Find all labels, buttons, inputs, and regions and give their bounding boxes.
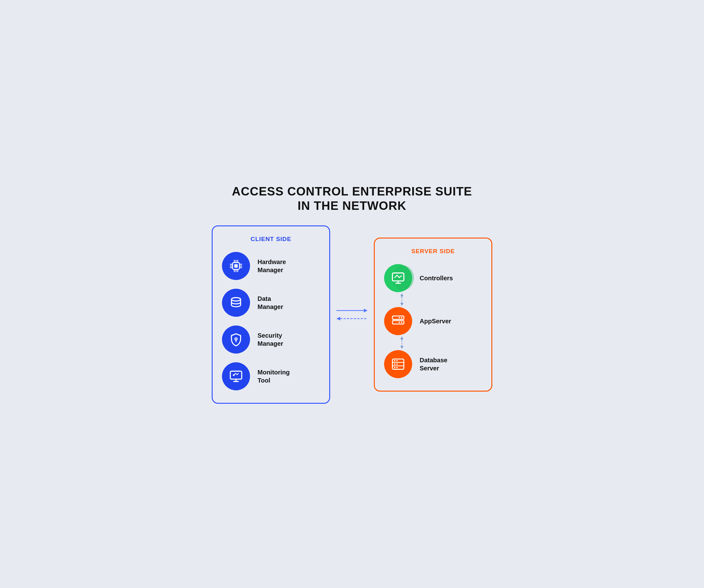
svg-point-54	[394, 367, 395, 368]
client-panel: CLIENT SIDE	[212, 225, 330, 404]
svg-marker-26	[336, 317, 340, 320]
client-panel-title: CLIENT SIDE	[251, 236, 291, 243]
svg-line-30	[395, 275, 397, 278]
database-server-label: DatabaseServer	[420, 356, 448, 372]
database-server-icon-circle	[384, 350, 412, 378]
svg-point-41	[401, 322, 402, 323]
server-panel-title: SERVER SIDE	[411, 248, 455, 255]
svg-point-40	[399, 317, 400, 318]
svg-point-50	[394, 360, 395, 361]
appserver-label: AppServer	[420, 317, 451, 325]
monitoring-tool-icon-circle	[222, 362, 250, 390]
svg-marker-33	[400, 293, 403, 296]
list-item: DataManager	[222, 289, 320, 317]
svg-point-52	[394, 363, 395, 365]
svg-marker-24	[364, 309, 368, 312]
diagram: CLIENT SIDE	[212, 225, 492, 404]
data-manager-label: DataManager	[257, 295, 283, 311]
list-item: AppServer	[384, 307, 451, 335]
monitor-server-icon	[391, 271, 405, 285]
svg-point-51	[396, 360, 398, 361]
arrow-left-icon	[336, 315, 368, 322]
v-arrow-2-icon	[398, 336, 406, 349]
security-manager-label: SecurityManager	[257, 332, 283, 348]
monitor-tool-icon	[229, 369, 243, 383]
page-title: ACCESS CONTROL ENTERPRISE SUITE IN THE N…	[232, 184, 472, 213]
list-item: SecurityManager	[222, 326, 320, 354]
connection-arrows	[330, 307, 374, 322]
svg-point-53	[396, 363, 398, 365]
appserver-icon-circle	[384, 307, 412, 335]
database-server-icon	[391, 357, 405, 371]
svg-marker-46	[400, 346, 403, 349]
controllers-icon-circle	[384, 264, 412, 292]
cpu-icon	[229, 259, 243, 273]
server-items: Controllers	[384, 264, 482, 378]
list-item: DatabaseServer	[384, 350, 448, 378]
svg-rect-16	[230, 371, 242, 379]
database-icon	[229, 296, 243, 310]
svg-marker-36	[400, 303, 403, 306]
svg-rect-1	[234, 264, 238, 268]
server-icon	[391, 314, 405, 328]
security-manager-icon-circle	[222, 326, 250, 354]
server-arrow-1	[398, 293, 406, 306]
server-panel: SERVER SIDE Controllers	[374, 238, 492, 392]
page-wrapper: ACCESS CONTROL ENTERPRISE SUITE IN THE N…	[212, 184, 492, 404]
arrow-right-icon	[336, 307, 368, 314]
svg-point-42	[399, 322, 400, 323]
svg-point-39	[401, 317, 402, 318]
server-arrow-2	[398, 336, 406, 349]
shield-icon	[229, 333, 243, 346]
svg-line-32	[399, 276, 402, 278]
controllers-label: Controllers	[420, 274, 453, 282]
list-item: Controllers	[384, 264, 453, 292]
v-arrow-1-icon	[398, 293, 406, 306]
svg-point-55	[396, 367, 398, 368]
svg-line-31	[397, 275, 399, 278]
svg-line-22	[237, 373, 238, 375]
list-item: HardwareManager	[222, 252, 320, 280]
client-items: HardwareManager DataManager	[222, 252, 320, 390]
monitoring-tool-label: MonitoringTool	[257, 368, 290, 385]
hardware-manager-icon-circle	[222, 252, 250, 280]
svg-marker-43	[400, 336, 403, 340]
svg-point-14	[231, 298, 240, 301]
list-item: MonitoringTool	[222, 362, 320, 390]
hardware-manager-label: HardwareManager	[257, 258, 286, 274]
data-manager-icon-circle	[222, 289, 250, 317]
